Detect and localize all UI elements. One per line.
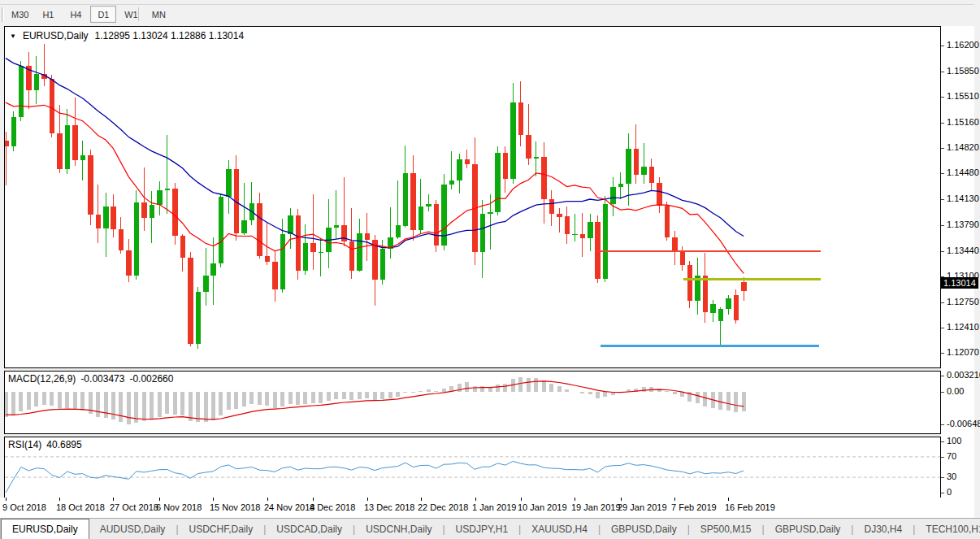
date-tick-mark — [313, 498, 314, 501]
date-tick-mark — [367, 498, 368, 501]
price-tick-mark — [941, 441, 944, 442]
rsi-name: RSI(14) — [8, 439, 41, 450]
price-tick-mark — [941, 199, 944, 200]
timeframe-button-h4[interactable]: H4 — [63, 6, 89, 23]
price-tick-mark — [941, 123, 944, 124]
date-label: 22 Dec 2018 — [418, 502, 468, 512]
date-label: 24 Nov 2018 — [264, 502, 314, 512]
price-tick-mark — [941, 302, 944, 303]
chart-tab-tech100-h1[interactable]: TECH100,H1 — [915, 519, 980, 539]
price-tick-label: 1.14820 — [947, 142, 979, 152]
price-tick-label: 1.13100 — [947, 271, 979, 280]
price-tick-label: 1.13440 — [947, 246, 979, 255]
chart-tab-audusd-daily[interactable]: AUDUSD,Daily — [89, 519, 176, 539]
date-label: 4 Dec 2018 — [310, 502, 355, 512]
price-tick-label: 1.13790 — [947, 220, 979, 229]
date-label: 7 Feb 2019 — [671, 502, 717, 512]
price-tick-label: 0 — [947, 487, 952, 497]
date-tick-mark — [421, 498, 422, 501]
rsi-panel[interactable] — [5, 437, 940, 496]
toolbar-drag-grip[interactable] — [2, 7, 4, 22]
date-label: 10 Jan 2019 — [518, 502, 567, 512]
price-tick-label: 30 — [947, 472, 956, 481]
date-label: 16 Feb 2019 — [725, 502, 775, 512]
timeframe-button-w1[interactable]: W1 — [118, 6, 144, 23]
rsi-value: 40.6895 — [46, 439, 81, 450]
date-label: 1 Jan 2019 — [472, 502, 516, 512]
chart-tab-usdchf-daily[interactable]: USDCHF,Daily — [179, 519, 264, 539]
macd-signal-value: -0.002660 — [129, 373, 173, 385]
price-tick-label: -0.006485 — [947, 419, 980, 428]
rsi-indicator-label: RSI(14) 40.6895 — [8, 439, 82, 450]
price-tick-label: 1.15160 — [947, 117, 979, 127]
date-tick-mark — [159, 498, 160, 501]
window-right-edge — [974, 0, 980, 539]
price-tick-label: 100 — [947, 436, 961, 446]
timeframe-button-mn[interactable]: MN — [145, 6, 171, 23]
date-tick-mark — [475, 498, 476, 501]
price-tick-mark — [941, 276, 944, 277]
price-tick-label: 1.15510 — [947, 91, 979, 101]
date-tick-mark — [267, 498, 268, 501]
price-tick-mark — [941, 477, 944, 478]
price-tick-label: 0.003216 — [947, 370, 980, 380]
date-label: 9 Oct 2018 — [2, 502, 46, 512]
price-tick-mark — [941, 457, 944, 458]
date-label: 19 Jan 2019 — [571, 502, 621, 512]
chart-ohlc-values: 1.12895 1.13024 1.12886 1.13014 — [95, 30, 245, 41]
date-label: 29 Jan 2019 — [618, 502, 667, 512]
price-tick-mark — [941, 46, 944, 46]
macd-main-value: -0.003473 — [80, 373, 124, 385]
price-tick-mark — [941, 376, 944, 376]
chart-tab-bar: EURUSD,DailyAUDUSD,Daily|USDCHF,Daily|US… — [0, 518, 980, 539]
timeframe-button-m30[interactable]: M30 — [7, 6, 33, 23]
date-tick-mark — [728, 498, 729, 501]
chart-tab-gbpusd-daily[interactable]: GBPUSD,Daily — [765, 519, 852, 539]
price-tick-label: 70 — [947, 451, 956, 461]
price-tick-label: 1.12750 — [947, 297, 979, 306]
price-tick-label: 1.14480 — [947, 167, 979, 177]
date-tick-mark — [521, 498, 522, 501]
date-label: 15 Nov 2018 — [210, 502, 260, 512]
timeframe-toolbar: M30H1H4D1W1MN — [0, 0, 980, 26]
chart-tab-usdcad-daily[interactable]: USDCAD,Daily — [266, 519, 353, 539]
chart-tab-gbpusd-daily[interactable]: GBPUSD,Daily — [601, 519, 687, 539]
toolbar-separator — [138, 7, 139, 21]
price-tick-label: 1.12410 — [947, 322, 979, 332]
price-tick-mark — [941, 173, 944, 174]
price-tick-mark — [941, 251, 944, 252]
price-tick-mark — [941, 424, 944, 425]
price-tick-mark — [941, 328, 944, 328]
chart-title: ▼ EURUSD,Daily 1.12895 1.13024 1.12886 1… — [10, 30, 244, 41]
chart-tab-sp500-m15[interactable]: SP500,M15 — [690, 519, 762, 539]
date-tick-mark — [6, 498, 7, 501]
chart-tab-eurusd-daily[interactable]: EURUSD,Daily — [1, 519, 89, 539]
date-tick-mark — [621, 498, 622, 501]
chart-tab-usdjpy-h1[interactable]: USDJPY,H1 — [445, 519, 518, 539]
chart-tabs: EURUSD,DailyAUDUSD,Daily|USDCHF,Daily|US… — [1, 519, 980, 539]
date-tick-mark — [213, 498, 214, 501]
price-tick-mark — [941, 493, 944, 493]
date-tick-mark — [674, 498, 675, 501]
price-tick-label: 1.16200 — [947, 40, 979, 50]
symbol-dropdown-icon[interactable]: ▼ — [10, 33, 16, 40]
price-tick-label: 1.14130 — [947, 193, 979, 203]
chart-tab-usdcnh-daily[interactable]: USDCNH,Daily — [355, 519, 442, 539]
timeframe-button-d1[interactable]: D1 — [90, 6, 116, 23]
main-chart-panel[interactable] — [5, 27, 940, 367]
macd-name: MACD(12,26,9) — [8, 373, 76, 385]
date-tick-mark — [113, 498, 114, 501]
price-tick-mark — [941, 225, 944, 226]
date-label: 27 Oct 2018 — [110, 502, 158, 512]
chart-tab-xauusd-h4[interactable]: XAUUSD,H4 — [521, 519, 598, 539]
timeframe-buttons: M30H1H4D1W1MN — [7, 6, 171, 23]
macd-indicator-label: MACD(12,26,9) -0.003473 -0.002660 — [8, 373, 173, 385]
date-tick-mark — [575, 498, 575, 501]
price-tick-label: 1.15850 — [947, 66, 979, 76]
toolbar-divider — [0, 4, 980, 5]
date-tick-mark — [59, 498, 60, 501]
chart-tab-dj30-h4[interactable]: DJ30,H4 — [853, 519, 913, 539]
price-tick-label: 1.12070 — [947, 347, 979, 357]
price-tick-mark — [941, 392, 944, 393]
timeframe-button-h1[interactable]: H1 — [35, 6, 61, 23]
